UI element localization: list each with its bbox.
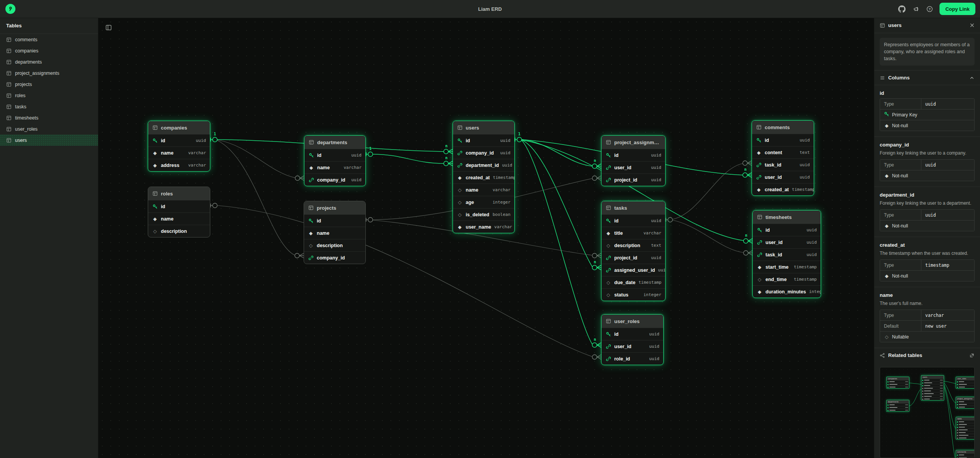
erd-column-row-task_id[interactable]: task_iduuid (752, 158, 814, 171)
related-tables-minimap[interactable]: companiesdepartmentsusersuser_rolesproje… (880, 367, 975, 458)
chevron-up-icon[interactable] (969, 75, 975, 81)
sidebar-item-comments[interactable]: comments (0, 34, 98, 45)
erd-table-companies[interactable]: companiesiduuid◆namevarchar◆addressvarch… (148, 121, 210, 172)
sidebar-item-label: project_assignments (15, 71, 59, 76)
erd-column-name: age (466, 200, 474, 205)
erd-column-row-id[interactable]: iduuid (602, 149, 665, 161)
erd-column-row-user_id[interactable]: user_iduuid (753, 236, 821, 248)
erd-column-row-name[interactable]: ◇namevarchar (453, 184, 514, 196)
columns-section-header[interactable]: Columns (874, 71, 980, 85)
column-attributes-table: TypevarcharDefaultnew user◇Nullable (880, 310, 975, 342)
open-related-icon[interactable] (969, 353, 975, 358)
erd-table-header: users (453, 121, 514, 134)
erd-column-row-company_id[interactable]: company_iduuid (453, 146, 514, 159)
erd-column-name: description (614, 243, 640, 248)
erd-column-row-id[interactable]: iduuid (453, 134, 514, 146)
erd-column-type: varchar (493, 187, 510, 192)
erd-column-type: uuid (649, 332, 660, 337)
not-null-diamond-icon: ◆ (605, 231, 611, 236)
erd-column-row-task_id[interactable]: task_iduuid (753, 248, 821, 261)
erd-column-row-user_id[interactable]: user_iduuid (752, 171, 814, 183)
erd-column-row-created_at[interactable]: ◆created_attimestamp (453, 171, 514, 184)
sidebar-item-roles[interactable]: roles (0, 90, 98, 101)
erd-column-row-status[interactable]: ◇statusinteger (602, 288, 665, 301)
erd-column-row-address[interactable]: ◆addressvarchar (148, 159, 210, 171)
sidebar-item-timesheets[interactable]: timesheets (0, 112, 98, 123)
erd-column-row-id[interactable]: iduuid (752, 134, 814, 146)
erd-table-project_assignments[interactable]: project_assignmentsiduuiduser_iduuidproj… (601, 135, 666, 186)
megaphone-icon[interactable] (912, 5, 919, 13)
erd-column-row-user_id[interactable]: user_iduuid (602, 161, 665, 173)
erd-column-type: boolean (493, 212, 510, 217)
erd-column-row-is_deleted[interactable]: ◇is_deletedboolean (453, 208, 514, 221)
github-icon[interactable] (898, 5, 906, 13)
erd-column-row-age[interactable]: ◇ageinteger (453, 196, 514, 208)
sidebar-item-users[interactable]: users (0, 135, 98, 146)
erd-column-row-id[interactable]: iduuid (602, 214, 665, 227)
table-icon (757, 214, 762, 220)
crow-foot-line (748, 241, 752, 243)
erd-column-row-user_name[interactable]: ◆user_namevarchar (453, 221, 514, 233)
erd-column-name: role_id (614, 356, 630, 362)
foreign-key-link-icon (605, 268, 611, 273)
erd-column-row-name[interactable]: ◆name (148, 212, 210, 225)
erd-table-roles[interactable]: rolesid◆name◇description (148, 187, 210, 237)
erd-column-row-created_at[interactable]: ◆created_attimestamp (752, 183, 814, 195)
table-icon (6, 104, 12, 109)
sidebar-item-departments[interactable]: departments (0, 56, 98, 67)
erd-column-row-project_id[interactable]: project_iduuid (602, 251, 665, 264)
erd-table-users[interactable]: usersiduuidcompany_iduuiddepartment_iduu… (453, 121, 515, 233)
erd-column-row-duration_minutes[interactable]: ◆duration_minutesinteger (753, 285, 821, 298)
erd-column-row-company_id[interactable]: company_iduuid (304, 173, 365, 186)
erd-column-row-id[interactable]: iduuid (602, 328, 663, 340)
erd-column-row-end_time[interactable]: ◇end_timetimestamp (753, 273, 821, 285)
cardinality-label: n (594, 337, 596, 342)
column-attributes-table: Typeuuid◆Not-null (880, 159, 975, 181)
erd-column-row-description[interactable]: ◇description (148, 225, 210, 237)
columns-detail-list: idTypeuuidPrimary Key◆Not-nullcompany_id… (874, 85, 980, 348)
sidebar-item-tasks[interactable]: tasks (0, 101, 98, 112)
erd-column-row-user_id[interactable]: user_iduuid (602, 340, 663, 352)
erd-column-row-role_id[interactable]: role_iduuid (602, 352, 663, 365)
erd-column-row-name[interactable]: ◆namevarchar (304, 161, 365, 173)
erd-table-user_roles[interactable]: user_rolesiduuiduser_iduuidrole_iduuid (601, 314, 664, 365)
erd-column-row-id[interactable]: iduuid (753, 224, 821, 236)
erd-column-type: uuid (651, 218, 662, 223)
sidebar-item-companies[interactable]: companies (0, 45, 98, 56)
sidebar-toggle-button[interactable] (103, 22, 114, 33)
not-null-diamond-icon: ◆ (885, 273, 888, 279)
sidebar-item-project_assignments[interactable]: project_assignments (0, 67, 98, 79)
erd-table-tasks[interactable]: tasksiduuid◆titlevarchar◇descriptiontext… (601, 201, 666, 301)
erd-column-row-content[interactable]: ◆contenttext (752, 146, 814, 158)
erd-column-row-description[interactable]: ◇description (304, 239, 365, 251)
erd-column-row-assigned_user_id[interactable]: assigned_user_iduuid (602, 264, 665, 276)
attribute-value: uuid (921, 210, 974, 220)
erd-column-row-start_time[interactable]: ◆start_timetimestamp (753, 261, 821, 273)
erd-column-row-project_id[interactable]: project_iduuid (602, 173, 665, 186)
erd-column-row-department_id[interactable]: department_iduuid (453, 159, 514, 171)
erd-column-row-id[interactable]: id (148, 200, 210, 212)
erd-column-row-id[interactable]: iduuid (148, 134, 210, 146)
minimap-table-name: project_assignme (956, 397, 975, 400)
erd-column-row-company_id[interactable]: company_id (304, 251, 365, 264)
erd-column-row-name[interactable]: ◆namevarchar (148, 146, 210, 159)
sidebar-item-projects[interactable]: projects (0, 79, 98, 90)
erd-table-departments[interactable]: departmentsiduuid◆namevarcharcompany_idu… (304, 135, 366, 186)
erd-column-row-name[interactable]: ◆name (304, 227, 365, 239)
sidebar-item-label: companies (15, 48, 38, 54)
copy-link-button[interactable]: Copy Link (939, 3, 975, 15)
close-icon[interactable] (970, 23, 975, 28)
erd-canvas[interactable]: 111nnnnnnn companiesiduuid◆namevarchar◆a… (98, 18, 874, 458)
erd-table-projects[interactable]: projectsid◆name◇descriptioncompany_id (304, 201, 366, 264)
foreign-key-link-icon (308, 255, 314, 261)
erd-column-row-id[interactable]: id (304, 214, 365, 227)
erd-column-row-id[interactable]: iduuid (304, 149, 365, 161)
sidebar-item-user_roles[interactable]: user_roles (0, 123, 98, 135)
primary-key-icon (756, 138, 762, 143)
erd-table-comments[interactable]: commentsiduuid◆contenttexttask_iduuiduse… (752, 120, 814, 196)
help-icon[interactable]: ? (926, 5, 933, 13)
erd-column-row-due_date[interactable]: ◇due_datetimestamp (602, 276, 665, 288)
erd-table-timesheets[interactable]: timesheetsiduuiduser_iduuidtask_iduuid◆s… (752, 210, 821, 298)
erd-column-row-description[interactable]: ◇descriptiontext (602, 239, 665, 251)
erd-column-row-title[interactable]: ◆titlevarchar (602, 227, 665, 239)
